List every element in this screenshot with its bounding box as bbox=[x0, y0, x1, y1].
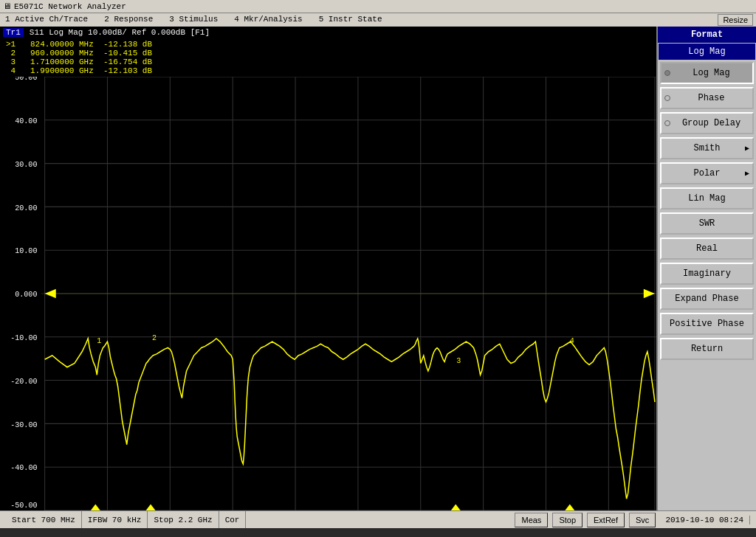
stop-button[interactable]: Stop bbox=[552, 513, 583, 527]
smith-arrow-icon: ▶ bbox=[745, 144, 749, 153]
svg-text:20.00: 20.00 bbox=[15, 203, 37, 212]
log-mag-button[interactable]: Log Mag bbox=[660, 62, 754, 84]
smith-label: Smith bbox=[664, 143, 749, 153]
format-header: Format bbox=[658, 27, 756, 43]
lin-mag-label: Lin Mag bbox=[664, 193, 749, 204]
svg-text:0.000: 0.000 bbox=[15, 290, 37, 299]
menu-mkr-analysis[interactable]: 4 Mkr/Analysis bbox=[232, 14, 304, 26]
ifbw: IFBW 70 kHz bbox=[82, 511, 148, 528]
app-title: E5071C Network Analyzer bbox=[14, 2, 126, 11]
return-label: Return bbox=[664, 344, 749, 354]
trace-header: Tr1 S11 Log Mag 10.00dB/ Ref 0.000dB [F1… bbox=[0, 27, 656, 38]
svg-text:4: 4 bbox=[570, 336, 574, 345]
real-button[interactable]: Real bbox=[660, 238, 754, 260]
meas-button[interactable]: Meas bbox=[515, 513, 548, 527]
svg-text:30.00: 30.00 bbox=[15, 160, 37, 169]
svc-button[interactable]: Svc bbox=[629, 513, 656, 527]
return-button[interactable]: Return bbox=[660, 338, 754, 360]
log-mag-indicator bbox=[664, 70, 670, 76]
svg-text:1: 1 bbox=[97, 336, 101, 345]
imaginary-button[interactable]: Imaginary bbox=[660, 263, 754, 285]
stop-freq: Stop 2.2 GHz bbox=[148, 511, 219, 528]
status-bar: Start 700 MHz IFBW 70 kHz Stop 2.2 GHz C… bbox=[0, 510, 756, 528]
positive-phase-button[interactable]: Positive Phase bbox=[660, 313, 754, 335]
real-label: Real bbox=[664, 243, 749, 254]
swr-label: SWR bbox=[664, 218, 749, 229]
main-layout: Tr1 S11 Log Mag 10.00dB/ Ref 0.000dB [F1… bbox=[0, 27, 756, 510]
datetime: 2019-10-10 08:24 bbox=[659, 516, 750, 524]
positive-phase-label: Positive Phase bbox=[664, 319, 749, 329]
log-mag-label: Log Mag bbox=[673, 68, 749, 78]
status-right: Meas Stop ExtRef Svc 2019-10-10 08:24 bbox=[514, 513, 750, 527]
svg-text:2: 2 bbox=[152, 333, 157, 342]
svg-text:-50.00: -50.00 bbox=[10, 501, 37, 510]
resize-button[interactable]: Resize bbox=[718, 14, 753, 26]
menu-stimulus[interactable]: 3 Stimulus bbox=[167, 14, 220, 26]
svg-text:-30.00: -30.00 bbox=[10, 420, 37, 429]
marker-4: 4 1.9900000 GHz -12.103 dB bbox=[6, 66, 650, 75]
expand-phase-label: Expand Phase bbox=[664, 294, 749, 304]
phase-indicator bbox=[664, 95, 670, 101]
expand-phase-button[interactable]: Expand Phase bbox=[660, 288, 754, 310]
phase-button[interactable]: Phase bbox=[660, 87, 754, 109]
app-icon: 🖥 bbox=[3, 1, 11, 11]
chart-svg: 50.00 40.00 30.00 20.00 10.00 0.000 -10.… bbox=[0, 77, 656, 510]
start-freq: Start 700 MHz bbox=[6, 511, 82, 528]
svg-text:-10.00: -10.00 bbox=[10, 333, 37, 342]
svg-text:10.00: 10.00 bbox=[15, 246, 37, 255]
svg-text:3: 3 bbox=[456, 356, 461, 365]
polar-label: Polar bbox=[664, 168, 749, 179]
group-delay-button[interactable]: Group Delay bbox=[660, 112, 754, 134]
svg-text:-20.00: -20.00 bbox=[10, 377, 37, 386]
marker-2: 2 960.00000 MHz -10.415 dB bbox=[6, 49, 650, 58]
trace-info: S11 Log Mag 10.00dB/ Ref 0.000dB [F1] bbox=[30, 28, 210, 37]
svg-text:50.00: 50.00 bbox=[15, 77, 37, 82]
menu-instr-state[interactable]: 5 Instr State bbox=[317, 14, 385, 26]
phase-label: Phase bbox=[673, 93, 749, 103]
polar-arrow-icon: ▶ bbox=[745, 169, 749, 178]
svg-text:-40.00: -40.00 bbox=[10, 463, 37, 472]
imaginary-label: Imaginary bbox=[664, 268, 749, 279]
cor-status: Cor bbox=[219, 511, 247, 528]
menu-bar: 1 Active Ch/Trace 2 Response 3 Stimulus … bbox=[0, 13, 756, 27]
group-delay-label: Group Delay bbox=[673, 118, 749, 128]
swr-button[interactable]: SWR bbox=[660, 212, 754, 235]
marker-1: >1 824.00000 MHz -12.138 dB bbox=[6, 40, 650, 49]
smith-button[interactable]: Smith ▶ bbox=[660, 137, 754, 159]
menu-response[interactable]: 2 Response bbox=[102, 14, 155, 26]
chart-svg-container: 50.00 40.00 30.00 20.00 10.00 0.000 -10.… bbox=[0, 77, 656, 510]
chart-area: Tr1 S11 Log Mag 10.00dB/ Ref 0.000dB [F1… bbox=[0, 27, 656, 510]
group-delay-indicator bbox=[664, 120, 670, 126]
markers-display: >1 824.00000 MHz -12.138 dB 2 960.00000 … bbox=[0, 38, 656, 77]
logmag-active-display: Log Mag bbox=[659, 44, 755, 60]
title-bar: 🖥 E5071C Network Analyzer bbox=[0, 0, 756, 13]
lin-mag-button[interactable]: Lin Mag bbox=[660, 187, 754, 209]
trace-label: Tr1 bbox=[3, 28, 24, 37]
extref-button[interactable]: ExtRef bbox=[587, 513, 625, 527]
polar-button[interactable]: Polar ▶ bbox=[660, 162, 754, 184]
menu-active-ch-trace[interactable]: 1 Active Ch/Trace bbox=[3, 14, 90, 26]
svg-text:40.00: 40.00 bbox=[15, 117, 37, 125]
right-panel: Format Log Mag Log Mag Phase Group Delay… bbox=[656, 27, 756, 510]
marker-3: 3 1.7100000 GHz -16.754 dB bbox=[6, 58, 650, 66]
